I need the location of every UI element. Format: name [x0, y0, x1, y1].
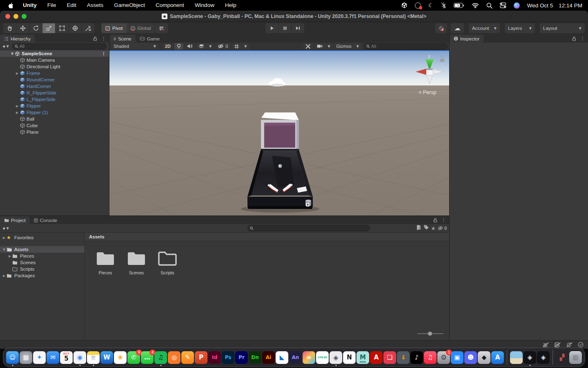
wifi-icon[interactable]: [472, 2, 479, 9]
custom-tools-button[interactable]: [82, 23, 94, 33]
dock-icon-zoom[interactable]: ▣: [451, 351, 463, 364]
gizmos-dropdown[interactable]: Gizmos ▼: [334, 43, 361, 50]
layout-dropdown[interactable]: Layout▼: [540, 23, 585, 33]
asset-folder-scenes[interactable]: Scenes: [121, 250, 152, 275]
hierarchy-item-hardcorner[interactable]: HardCorner: [0, 83, 109, 90]
dock-icon-indesign[interactable]: Id: [208, 351, 221, 364]
disclosure-triangle[interactable]: ▶: [2, 274, 7, 278]
hierarchy-item-roundcorner[interactable]: RoundCorner: [0, 76, 109, 83]
tab-game[interactable]: Game: [136, 35, 164, 43]
grid-snap-button[interactable]: [155, 23, 168, 33]
hierarchy-item-samplescene[interactable]: ▼ SampleScene ⋮: [0, 50, 109, 57]
dock-icon-discord[interactable]: ☻: [464, 351, 477, 364]
search-by-type-button[interactable]: [416, 224, 422, 232]
disclosure-triangle-collapsed[interactable]: ▶: [15, 104, 20, 108]
hierarchy-search[interactable]: [12, 43, 107, 49]
dock-icon-photos[interactable]: ❀: [114, 351, 127, 364]
project-breadcrumb[interactable]: Assets: [85, 233, 449, 241]
transform-tool-button[interactable]: [69, 23, 82, 33]
tasks-complete-icon[interactable]: [577, 342, 584, 348]
project-search[interactable]: [247, 225, 370, 231]
do-not-disturb-moon-icon[interactable]: ☾: [428, 2, 434, 9]
kebab-menu-icon[interactable]: ⋮: [101, 52, 106, 56]
hierarchy-item-ball[interactable]: Ball: [0, 116, 109, 122]
hierarchy-search-input[interactable]: [20, 44, 104, 49]
project-search-input[interactable]: [255, 226, 368, 231]
grid-visibility-dropdown[interactable]: ▼: [232, 43, 249, 50]
slider-thumb[interactable]: [428, 332, 432, 336]
hierarchy-item-l-flipperside[interactable]: L_FlipperSide: [0, 96, 109, 103]
menu-item-assets[interactable]: Assets: [82, 0, 109, 11]
dock-icon-calendar[interactable]: 5OCT: [60, 351, 73, 364]
lock-icon[interactable]: [433, 217, 437, 224]
project-tree-item-packages[interactable]: ▶Packages: [0, 272, 85, 279]
dock-icon-chrome[interactable]: ◉: [74, 351, 86, 364]
menu-item-window[interactable]: Window: [189, 0, 220, 11]
add-object-button[interactable]: +: [2, 44, 6, 49]
dock-icon-trash[interactable]: ▥: [569, 351, 582, 364]
audio-toggle-button[interactable]: [185, 43, 195, 50]
disclosure-triangle[interactable]: ▶: [7, 254, 12, 258]
scene-search[interactable]: [364, 43, 448, 49]
dock-icon-premiere[interactable]: Pr: [235, 351, 248, 364]
tab-console[interactable]: Console: [30, 216, 61, 224]
disclosure-triangle-collapsed[interactable]: ▶: [15, 111, 20, 114]
collab-disabled-button[interactable]: [435, 23, 447, 33]
menu-item-file[interactable]: File: [42, 0, 62, 11]
dock-icon-minimized-finder-window[interactable]: [510, 351, 523, 364]
move-tool-button[interactable]: [16, 23, 29, 33]
dock-icon-word[interactable]: W: [100, 351, 113, 364]
bluetooth-off-icon[interactable]: [441, 2, 446, 9]
dock-icon-vscode[interactable]: ◣: [276, 351, 288, 364]
unity-status-icon[interactable]: [401, 2, 408, 9]
tab-hierarchy[interactable]: Hierarchy: [0, 35, 35, 43]
effects-dropdown[interactable]: ▼: [196, 43, 214, 50]
disclosure-triangle-expanded[interactable]: ▼: [10, 52, 15, 56]
project-tree-item-assets[interactable]: ▼Assets: [0, 246, 85, 253]
menu-item-help[interactable]: Help: [220, 0, 242, 11]
pause-button[interactable]: [278, 23, 292, 33]
dock-icon-mail[interactable]: ✉: [47, 351, 59, 364]
account-dropdown[interactable]: Account▼: [469, 23, 500, 33]
tab-project[interactable]: Project: [0, 216, 30, 224]
global-toggle-button[interactable]: Global: [127, 23, 155, 33]
dock-icon-illustrator[interactable]: Ai: [262, 351, 275, 364]
search-by-label-button[interactable]: [423, 224, 429, 232]
dock-icon-creative-cloud[interactable]: ∞: [303, 351, 315, 364]
dock-icon-safari[interactable]: ✦: [33, 351, 46, 364]
menu-item-component[interactable]: Component: [150, 0, 189, 11]
menu-item-gameobject[interactable]: GameObject: [109, 0, 150, 11]
control-center-icon[interactable]: [500, 2, 506, 9]
dock-icon-messages[interactable]: …4: [141, 351, 154, 364]
dock-icon-blender[interactable]: ◎: [168, 351, 180, 364]
dock-icon-animate[interactable]: An: [289, 351, 302, 364]
bug-disabled-icon[interactable]: [542, 342, 548, 348]
rotate-tool-button[interactable]: [29, 23, 42, 33]
dock-icon-facetime[interactable]: ✆9: [127, 351, 140, 364]
dock-icon-photo-viewer[interactable]: ❏: [383, 351, 396, 364]
layers-disabled-icon[interactable]: [554, 342, 560, 348]
lock-icon[interactable]: [93, 35, 97, 43]
favorites-star-button[interactable]: ★: [431, 225, 436, 231]
project-tree-item-favorites[interactable]: ▶★Favorites: [0, 234, 85, 241]
disclosure-triangle[interactable]: ▶: [2, 236, 7, 240]
spotlight-search-icon[interactable]: [486, 2, 492, 9]
hierarchy-item-directional-light[interactable]: Directional Light: [0, 63, 109, 70]
kebab-menu-icon[interactable]: ⋮: [441, 218, 446, 222]
kebab-menu-icon[interactable]: ⋮: [580, 36, 585, 41]
hand-tool-button[interactable]: [3, 23, 16, 33]
chevron-down-icon[interactable]: ▼: [7, 45, 9, 48]
scene-viewport[interactable]: y x < Persp: [109, 50, 449, 215]
shading-mode-dropdown[interactable]: Shaded ▼: [111, 43, 158, 50]
dock-icon-notes[interactable]: ≡: [87, 351, 100, 364]
screen-recording-icon[interactable]: [415, 2, 421, 9]
lighting-toggle-button[interactable]: [174, 43, 183, 50]
tab-scene[interactable]: # Scene: [109, 35, 136, 43]
cloud-services-button[interactable]: ☁: [451, 23, 464, 33]
hierarchy-item-r-flipperside[interactable]: R_FlipperSide: [0, 90, 109, 96]
scene-tools-button[interactable]: [303, 43, 313, 50]
project-tree-item-scripts[interactable]: Scripts: [0, 266, 85, 272]
step-button[interactable]: [292, 23, 304, 33]
menu-item-edit[interactable]: Edit: [62, 0, 82, 11]
dock-icon-print-download[interactable]: ⇓: [397, 351, 410, 364]
